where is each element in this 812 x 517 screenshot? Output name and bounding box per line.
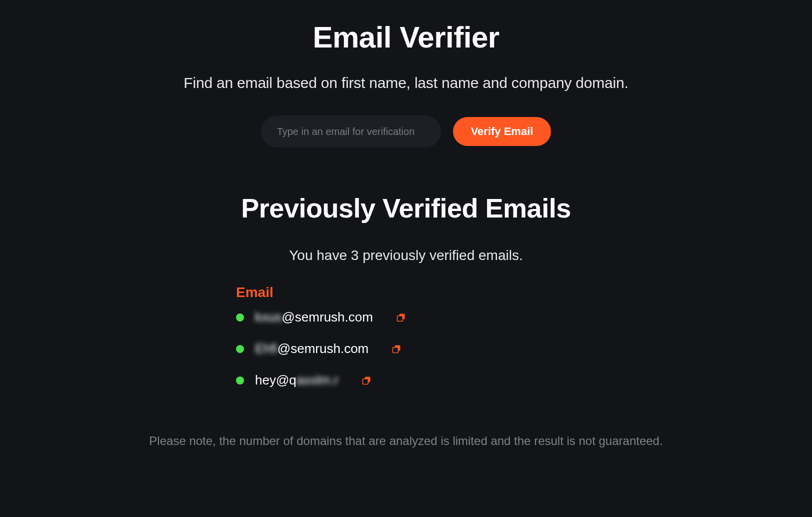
svg-rect-3 <box>393 347 398 352</box>
emails-list: Email kxus@semrush.com Ehfi@semrush.com <box>236 284 576 404</box>
email-row: Ehfi@semrush.com <box>236 341 576 356</box>
email-suffix: @semrush.com <box>282 310 372 325</box>
status-dot-icon <box>236 345 244 353</box>
previous-subtitle: You have 3 previously verified emails. <box>289 248 522 264</box>
email-column-header: Email <box>236 284 576 300</box>
email-text: kxus@semrush.com <box>255 310 373 325</box>
copy-icon[interactable] <box>392 344 402 354</box>
page-title: Email Verifier <box>312 20 499 54</box>
email-text: hey@qaxxlm.r <box>255 372 338 388</box>
svg-rect-1 <box>397 316 402 321</box>
footer-note: Please note, the number of domains that … <box>149 434 662 448</box>
email-prefix: hey@q <box>255 372 296 388</box>
email-row: hey@qaxxlm.r <box>236 372 576 388</box>
email-prefix-blurred: Ehfi <box>255 341 278 356</box>
page-subtitle: Find an email based on first name, last … <box>184 74 628 92</box>
email-suffix: @semrush.com <box>278 341 368 356</box>
previous-title: Previously Verified Emails <box>241 192 570 224</box>
email-input[interactable] <box>261 116 441 148</box>
verify-form: Verify Email <box>261 116 552 148</box>
email-text: Ehfi@semrush.com <box>255 341 368 356</box>
status-dot-icon <box>236 314 244 322</box>
copy-icon[interactable] <box>396 312 406 322</box>
email-suffix-blurred: axxlm.r <box>296 372 338 388</box>
svg-rect-5 <box>362 378 368 384</box>
copy-icon[interactable] <box>362 376 372 386</box>
email-prefix-blurred: kxus <box>255 310 282 325</box>
email-row: kxus@semrush.com <box>236 310 576 325</box>
verify-button[interactable]: Verify Email <box>453 117 552 146</box>
status-dot-icon <box>236 376 244 384</box>
